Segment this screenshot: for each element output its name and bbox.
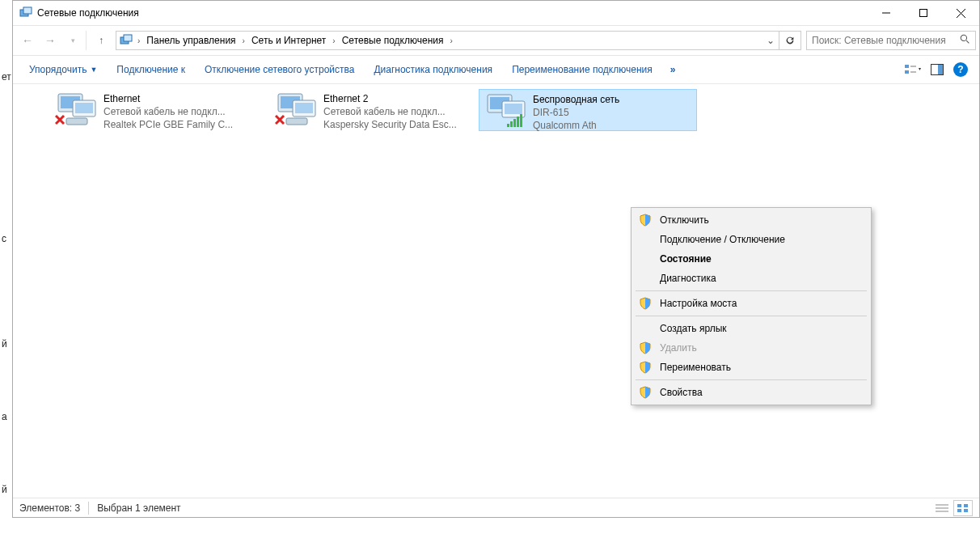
ethernet-connection-icon [275, 92, 319, 131]
menu-item[interactable]: Состояние [634, 249, 868, 269]
menu-item[interactable]: Свойства [634, 383, 868, 402]
svg-rect-35 [505, 104, 522, 114]
menu-item-label: Отключить [660, 214, 709, 226]
address-history-dropdown[interactable]: ⌄ [762, 32, 779, 49]
connection-device: Kaspersky Security Data Esc... [323, 118, 457, 131]
menu-item[interactable]: Отключить [634, 210, 868, 230]
svg-rect-23 [66, 118, 87, 125]
connection-name: Ethernet [103, 92, 233, 105]
connection-item[interactable]: EthernetСетевой кабель не подкл...Realte… [50, 89, 268, 131]
details-view-button[interactable] [932, 500, 952, 516]
menu-item[interactable]: Настройка моста [634, 294, 868, 313]
chevron-right-icon[interactable]: › [133, 36, 145, 45]
svg-rect-15 [938, 65, 943, 74]
menu-item-label: Переименовать [660, 362, 731, 373]
up-button[interactable]: ↑ [86, 31, 111, 50]
menu-separator [636, 316, 867, 316]
svg-rect-47 [964, 509, 968, 512]
status-bar: Элементов: 3 Выбран 1 элемент [13, 498, 979, 517]
menu-separator [636, 379, 867, 380]
preview-pane-button[interactable] [929, 61, 945, 78]
ethernet-connection-icon [55, 92, 99, 131]
menu-item-label: Настройка моста [660, 298, 737, 309]
connection-device: Realtek PCIe GBE Family C... [103, 118, 233, 131]
window-icon [19, 6, 32, 21]
forward-button[interactable]: → [39, 29, 61, 52]
svg-rect-11 [905, 70, 909, 74]
change-view-button[interactable] [905, 61, 921, 78]
window-title: Сетевые подключения [37, 7, 139, 19]
svg-rect-45 [964, 504, 968, 507]
icons-view-button[interactable] [953, 500, 973, 516]
svg-rect-44 [957, 504, 961, 507]
close-button[interactable] [942, 1, 979, 25]
svg-rect-10 [905, 65, 909, 68]
connection-status: Сетевой кабель не подкл... [103, 105, 233, 118]
breadcrumb[interactable]: Панель управления [145, 35, 237, 46]
address-bar[interactable]: › Панель управления › Сеть и Интернет › … [116, 31, 801, 50]
connection-device: Qualcomm Ath [533, 119, 619, 132]
disable-device-button[interactable]: Отключение сетевого устройства [195, 64, 364, 75]
chevron-right-icon[interactable]: › [238, 36, 250, 45]
svg-rect-38 [513, 119, 516, 127]
network-connections-window: Сетевые подключения ← → ▾ ↑ › Панель упр… [12, 0, 980, 518]
menu-item[interactable]: Переименовать [634, 358, 868, 377]
connection-name: Ethernet 2 [323, 92, 457, 105]
selection-info: Выбран 1 элемент [97, 502, 180, 514]
background-window-fragment: ет с й а й [0, 40, 12, 518]
search-placeholder: Поиск: Сетевые подключения [812, 35, 946, 46]
menu-item-label: Свойства [660, 387, 703, 398]
connection-status: Сетевой кабель не подкл... [323, 105, 457, 118]
organize-menu[interactable]: Упорядочить▼ [19, 64, 107, 75]
chevron-right-icon[interactable]: › [327, 36, 340, 45]
maximize-button[interactable] [905, 1, 942, 25]
menu-item-label: Состояние [660, 253, 712, 265]
menu-item[interactable]: Диагностика [634, 269, 868, 288]
refresh-button[interactable] [779, 32, 800, 49]
connection-name: Беспроводная сеть [533, 93, 619, 106]
svg-rect-3 [920, 10, 927, 17]
svg-line-9 [966, 40, 969, 43]
minimize-button[interactable] [868, 1, 905, 25]
breadcrumb[interactable]: Сетевые подключения [340, 35, 446, 46]
menu-item-label: Создать ярлык [660, 323, 727, 334]
menu-item-label: Подключение / Отключение [660, 234, 785, 245]
item-count: Элементов: 3 [19, 502, 80, 514]
help-button[interactable]: ? [953, 62, 968, 77]
svg-rect-40 [520, 114, 522, 127]
svg-rect-39 [517, 117, 519, 127]
back-button[interactable]: ← [16, 29, 39, 52]
wifi-connection-icon [484, 93, 528, 132]
svg-rect-7 [124, 35, 132, 41]
svg-rect-1 [23, 7, 32, 14]
connection-item[interactable]: Беспроводная сетьDIR-615Qualcomm Ath [479, 89, 697, 131]
menu-item-label: Диагностика [660, 273, 716, 284]
menu-item[interactable]: Подключение / Отключение [634, 230, 868, 249]
diagnose-button[interactable]: Диагностика подключения [364, 64, 502, 75]
svg-rect-19 [75, 103, 93, 113]
svg-rect-27 [295, 103, 313, 113]
context-menu: ОтключитьПодключение / ОтключениеСостоян… [631, 207, 872, 405]
command-bar: Упорядочить▼ Подключение к Отключение се… [13, 56, 979, 84]
search-icon [960, 34, 970, 47]
menu-item[interactable]: Создать ярлык [634, 319, 868, 338]
search-input[interactable]: Поиск: Сетевые подключения [806, 31, 976, 50]
toolbar-overflow[interactable]: » [662, 64, 684, 75]
svg-rect-37 [510, 121, 513, 127]
svg-rect-36 [507, 124, 509, 127]
nav-bar: ← → ▾ ↑ › Панель управления › Сеть и Инт… [13, 25, 979, 56]
chevron-right-icon[interactable]: › [445, 36, 457, 45]
connections-list: EthernetСетевой кабель не подкл...Realte… [13, 84, 979, 505]
titlebar: Сетевые подключения [13, 1, 979, 25]
breadcrumb[interactable]: Сеть и Интернет [250, 35, 327, 46]
chevron-down-icon: ▼ [90, 66, 97, 74]
connection-status: DIR-615 [533, 106, 619, 119]
rename-button[interactable]: Переименование подключения [502, 64, 662, 75]
connection-item[interactable]: Ethernet 2Сетевой кабель не подкл...Kasp… [270, 89, 488, 131]
svg-rect-31 [286, 118, 307, 125]
recent-dropdown[interactable]: ▾ [61, 29, 84, 52]
menu-item-label: Удалить [660, 342, 697, 354]
menu-item: Удалить [634, 338, 868, 358]
svg-point-8 [961, 35, 966, 40]
connect-to-button[interactable]: Подключение к [107, 64, 195, 75]
